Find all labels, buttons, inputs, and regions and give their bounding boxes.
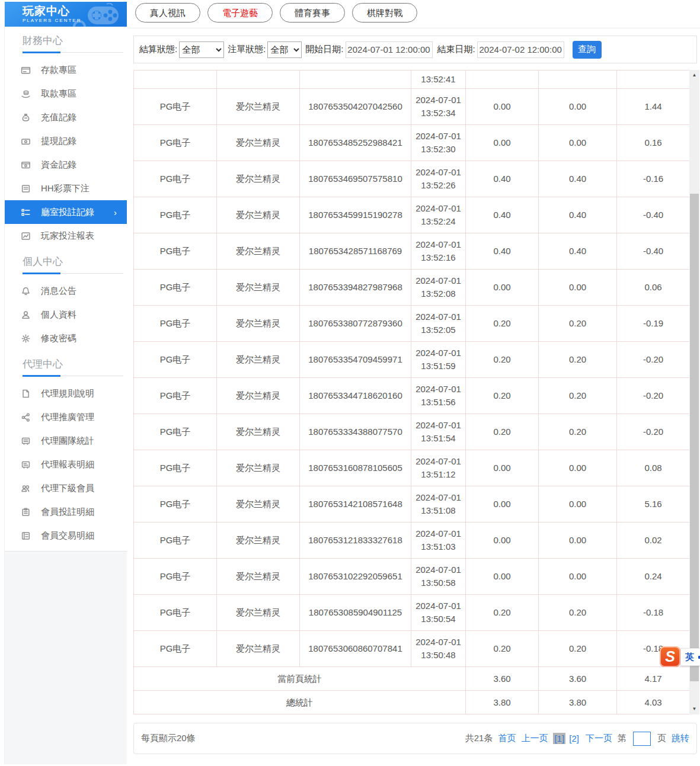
sogou-ime-icon[interactable]: S — [660, 646, 680, 667]
cell-game: 爱尔兰精灵 — [217, 306, 300, 342]
cell-bet-amount: 0.20 — [466, 342, 539, 378]
table-row: PG电子爱尔兰精灵18076531421085716482024-07-0113… — [134, 486, 690, 523]
cell-valid-bet: 0.20 — [539, 306, 617, 342]
cell-valid-bet: 0.40 — [539, 233, 617, 270]
sidebar-item-gear[interactable]: 修改密碼 — [5, 326, 127, 350]
end-date-input[interactable] — [477, 41, 564, 58]
cell-order-number: 1807653160878105605 — [300, 450, 411, 486]
table-scrollbar[interactable]: ▲ ▼ — [689, 70, 699, 714]
cell-datetime: 13:52:41 — [411, 70, 466, 89]
bet-record-list-icon — [21, 207, 31, 217]
table-row: PG电子爱尔兰精灵18076531218333276182024-07-0113… — [134, 523, 690, 559]
next-page-link[interactable]: 下一页 — [586, 733, 612, 744]
scrollbar-down-arrow-icon[interactable]: ▼ — [689, 704, 699, 714]
cell-valid-bet: 0.20 — [539, 414, 617, 450]
sidebar-item-board-stats[interactable]: 代理團隊統計 — [5, 429, 127, 453]
sidebar-item-document[interactable]: 代理規則說明 — [5, 382, 127, 405]
cell-order-number: 1807653344718620160 — [300, 378, 411, 414]
cell-win-loss: -0.19 — [617, 306, 690, 342]
cell-provider: PG电子 — [134, 414, 217, 450]
ime-language-box[interactable]: 英 — [680, 648, 700, 666]
sidebar-item-share[interactable]: 代理推廣管理 — [5, 405, 127, 429]
sidebar-item-label: 會員投註明細 — [41, 507, 94, 518]
cell-order-number: 1807653459915190278 — [300, 197, 411, 233]
first-page-link[interactable]: 首页 — [498, 733, 516, 744]
funds-record-icon — [21, 160, 31, 170]
sidebar-item-wallet-coin[interactable]: 提現記錄 — [5, 129, 127, 153]
lottery-doc-icon — [21, 184, 31, 194]
sidebar-item-person[interactable]: 個人資料 — [5, 303, 127, 326]
clipboard-icon — [21, 507, 31, 517]
table-summary-row: 總統計3.803.804.03 — [134, 691, 690, 714]
scrollbar-up-arrow-icon[interactable]: ▲ — [689, 70, 699, 80]
sidebar-item-clipboard[interactable]: 會員投註明細 — [5, 500, 127, 524]
cell-order-number: 1807653428571168769 — [300, 233, 411, 270]
jump-link[interactable]: 跳转 — [672, 733, 689, 744]
cell-provider: PG电子 — [134, 89, 217, 125]
page-link-current[interactable]: [1] — [553, 733, 565, 744]
pagination-bar: 每頁顯示20條 共21条 首页 上一页 [1] [2] 下一页 第 页 跳转 — [133, 723, 697, 754]
table-row: PG电子爱尔兰精灵18076534695075758102024-07-0113… — [134, 161, 690, 197]
tab-棋牌對戰[interactable]: 棋牌對戰 — [352, 3, 417, 23]
sidebar-item-moneybag[interactable]: 充值記錄 — [5, 105, 127, 129]
cell-datetime: 2024-07-0113:51:03 — [411, 523, 466, 559]
cell-win-loss: -0.20 — [617, 414, 690, 450]
sidebar-item-label: 消息公告 — [41, 286, 76, 297]
sidebar-item-bell[interactable]: 消息公告 — [5, 279, 127, 303]
table-row: PG电子爱尔兰精灵18076533547094599712024-07-0113… — [134, 342, 690, 378]
tab-體育賽事[interactable]: 體育賽事 — [280, 3, 345, 23]
cell-game: 爱尔兰精灵 — [217, 233, 300, 270]
cell-provider: PG电子 — [134, 233, 217, 270]
sidebar-item-label: 代理推廣管理 — [41, 412, 94, 423]
table-row: PG电子爱尔兰精灵18076530608607078412024-07-0113… — [134, 631, 690, 667]
bell-icon — [21, 286, 31, 296]
table-row: PG电子爱尔兰精灵18076533447186201602024-07-0113… — [134, 378, 690, 414]
settle-status-select[interactable]: 全部 — [179, 41, 224, 58]
cell-game: 爱尔兰精灵 — [217, 378, 300, 414]
cell-result — [617, 70, 690, 89]
sidebar-item-board-report[interactable]: 代理報表明細 — [5, 453, 127, 476]
cell-bet-amount: 0.20 — [466, 378, 539, 414]
cell-datetime: 2024-07-0113:50:58 — [411, 559, 466, 595]
sidebar-item-withdraw-hand[interactable]: 取款專區 — [5, 82, 127, 105]
sidebar-item-report-chart[interactable]: 玩家投注報表 — [5, 224, 127, 248]
order-status-select[interactable]: 全部 — [267, 41, 302, 58]
search-button[interactable]: 查詢 — [573, 41, 602, 59]
cell-provider: PG电子 — [134, 197, 217, 233]
sidebar-item-label: 代理規則說明 — [41, 388, 94, 399]
page-link[interactable]: [2] — [568, 733, 580, 744]
cell-valid-bet: 0.00 — [539, 450, 617, 486]
sidebar-item-funds-record[interactable]: 資金記錄 — [5, 153, 127, 177]
cell-provider: PG电子 — [134, 450, 217, 486]
sidebar-item-people[interactable]: 代理下級會員 — [5, 476, 127, 500]
cell-provider: PG电子 — [134, 523, 217, 559]
cell-provider — [134, 70, 217, 89]
sidebar-item-label: 玩家投注報表 — [41, 230, 94, 242]
prev-page-link[interactable]: 上一页 — [521, 733, 548, 744]
cell-order — [300, 70, 411, 89]
cell-datetime: 2024-07-0113:52:30 — [411, 125, 466, 161]
sidebar-item-bet-record-list[interactable]: 廳室投註記錄› — [5, 200, 127, 224]
cell-bet-amount: 0.00 — [466, 486, 539, 523]
summary-label: 當前頁統計 — [134, 667, 466, 691]
cell-order-number: 1807653085904901125 — [300, 595, 411, 631]
table-row: PG电子爱尔兰精灵18076533948279879682024-07-0113… — [134, 270, 690, 306]
tab-真人視訊[interactable]: 真人視訊 — [135, 3, 200, 23]
sidebar-item-deposit-card[interactable]: 存款專區 — [5, 58, 127, 82]
cell-game: 爱尔兰精灵 — [217, 125, 300, 161]
pager: 共21条 首页 上一页 [1] [2] 下一页 第 页 跳转 — [465, 732, 689, 746]
cell-datetime: 2024-07-0113:50:54 — [411, 595, 466, 631]
sidebar-item-list-box[interactable]: 會員交易明細 — [5, 524, 127, 547]
cell-valid-bet: 0.20 — [539, 631, 617, 667]
jump-page-input[interactable] — [633, 732, 651, 746]
tab-電子遊藝[interactable]: 電子遊藝 — [207, 3, 273, 23]
person-icon — [21, 310, 31, 320]
sidebar-item-label: 資金記錄 — [41, 159, 76, 171]
sidebar-item-lottery-doc[interactable]: HH彩票下注 — [5, 177, 127, 200]
cell-win-loss: -0.40 — [617, 233, 690, 270]
cell-game: 爱尔兰精灵 — [217, 631, 300, 667]
sidebar-item-label: 個人資料 — [41, 309, 76, 320]
cell-game: 爱尔兰精灵 — [217, 342, 300, 378]
scrollbar-thumb[interactable] — [690, 194, 699, 681]
start-date-input[interactable] — [346, 41, 433, 58]
